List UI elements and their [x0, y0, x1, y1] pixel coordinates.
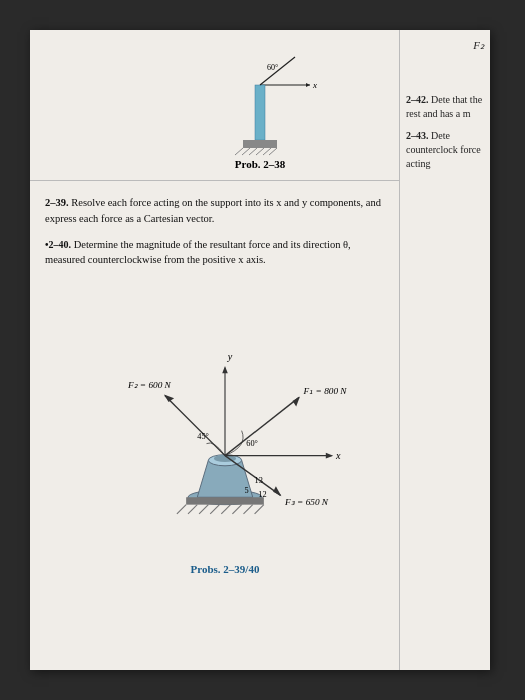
prob240-text: Determine the magnitude of the resultant…: [45, 239, 351, 266]
f3-label: F₃ = 650 N: [284, 497, 329, 507]
x-axis-label: x: [335, 450, 341, 461]
svg-rect-3: [255, 85, 265, 140]
svg-line-18: [177, 505, 186, 514]
svg-line-10: [256, 148, 264, 155]
right-sidebar: F₂ 2–42. Dete that the rest and has a m …: [400, 30, 490, 187]
triangle-13: 13: [255, 476, 263, 485]
svg-line-19: [188, 505, 197, 514]
svg-text:x: x: [312, 80, 317, 90]
f1-label: F₁ = 800 N: [303, 386, 348, 396]
support-base: [177, 455, 264, 514]
f2-sidebar-label: F₂: [406, 38, 484, 53]
y-axis-label: y: [227, 351, 233, 362]
prob239-text: Resolve each force acting on the support…: [45, 197, 381, 224]
horizontal-divider: [30, 180, 400, 181]
svg-line-20: [199, 505, 208, 514]
figure-label: Probs. 2–39/40: [191, 563, 260, 575]
prob240-num: •2–40.: [45, 239, 71, 250]
triangle-5: 5: [244, 486, 248, 495]
svg-line-24: [244, 505, 253, 514]
svg-marker-27: [222, 366, 228, 373]
prob243-num: 2–43.: [406, 130, 429, 141]
svg-line-21: [210, 505, 219, 514]
svg-marker-31: [293, 396, 300, 406]
prob242-num: 2–42.: [406, 94, 429, 105]
svg-marker-1: [306, 83, 310, 87]
svg-marker-33: [164, 395, 174, 402]
svg-rect-6: [243, 140, 277, 148]
triangle-12: 12: [258, 490, 266, 499]
svg-line-9: [249, 148, 257, 155]
svg-line-23: [232, 505, 241, 514]
f2-label: F₂ = 600 N: [127, 380, 172, 390]
svg-line-7: [235, 148, 243, 155]
sidebar-243: 2–43. Dete counterclock force acting: [406, 129, 484, 171]
prob240-block: •2–40. Determine the magnitude of the re…: [45, 237, 385, 269]
content-area: 2–39. Resolve each force acting on the s…: [30, 185, 400, 288]
prob2390-figure: y x F₁ = 800 N 60° F₂ = 600 N 45° F₃ =: [60, 340, 390, 570]
force-diagram-svg: y x F₁ = 800 N 60° F₂ = 600 N 45° F₃ =: [60, 340, 390, 525]
svg-rect-17: [186, 497, 264, 504]
prob38-figure: x 60°: [195, 35, 325, 165]
textbook-page: x 60° Prob. 2–38 F₂ 2–42. Dete that the …: [30, 30, 490, 670]
prob239-num: 2–39.: [45, 197, 69, 208]
svg-text:60°: 60°: [267, 63, 278, 72]
angle1-label: 60°: [246, 439, 258, 448]
svg-line-30: [225, 397, 299, 455]
svg-line-8: [242, 148, 250, 155]
svg-line-5: [260, 57, 295, 85]
svg-line-22: [221, 505, 230, 514]
svg-line-25: [255, 505, 264, 514]
prob239-block: 2–39. Resolve each force acting on the s…: [45, 195, 385, 227]
svg-line-32: [165, 396, 225, 456]
prob38-label: Prob. 2–38: [235, 158, 286, 170]
angle2-label: 45°: [197, 432, 209, 441]
svg-marker-35: [273, 486, 281, 496]
sidebar-242: 2–42. Dete that the rest and has a m: [406, 93, 484, 121]
svg-marker-29: [326, 453, 333, 459]
